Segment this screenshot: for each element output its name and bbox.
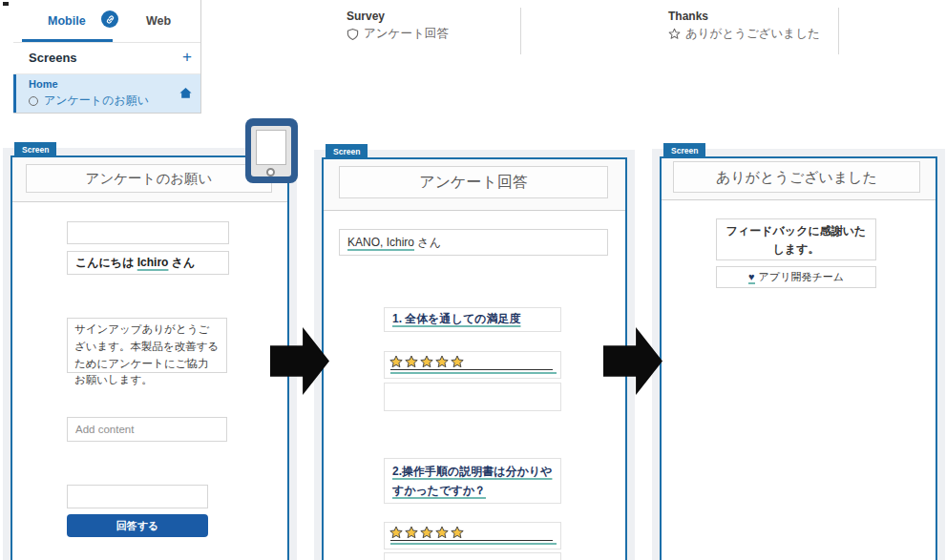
- screen2-title-label[interactable]: アンケート回答: [339, 166, 608, 198]
- screens-sidebar: Mobile Web Screens + Home アンケートのお願い: [13, 0, 201, 114]
- screen-survey[interactable]: Screen アンケート回答 KANO, Ichiro さん 1. 全体を通して…: [322, 157, 627, 560]
- star-icon: [435, 355, 449, 368]
- screens-header-label: Screens: [29, 51, 77, 65]
- intro-paragraph[interactable]: サインアップありがとうございます。本製品を改善するためにアンケートにご協力お願い…: [67, 318, 227, 373]
- comment-input[interactable]: [384, 383, 561, 411]
- screen-thanks[interactable]: Screen ありがとうございました フィードバックに感謝いたします。 ♥アプリ…: [660, 156, 937, 560]
- circle-icon: [29, 96, 38, 106]
- link-toggle-button[interactable]: [101, 10, 118, 28]
- survey-subtitle: アンケート回答: [364, 26, 449, 42]
- submit-button[interactable]: 回答する: [67, 514, 208, 537]
- star-icon: [451, 355, 464, 368]
- sidebar-item-home[interactable]: Home アンケートのお願い: [13, 74, 200, 113]
- star-icon: [405, 355, 418, 368]
- header-thanks[interactable]: Thanks ありがとうございました: [668, 10, 820, 42]
- empty-text-input[interactable]: [67, 485, 208, 508]
- tablet-icon[interactable]: [245, 118, 298, 183]
- user-name: KANO, Ichiro: [347, 236, 414, 249]
- question1-label[interactable]: 1. 全体を通しての満足度: [384, 307, 561, 332]
- tablet-screen: [256, 130, 286, 165]
- star-icon: [389, 526, 403, 539]
- canvas: Mobile Web Screens + Home アンケートのお願い: [0, 0, 946, 560]
- tablet-home-button: [266, 168, 275, 176]
- header-survey[interactable]: Survey アンケート回答: [347, 10, 449, 42]
- header-divider: [838, 8, 839, 54]
- tablet-body: [251, 126, 291, 176]
- home-icon: [179, 86, 193, 100]
- home-item-title: Home: [29, 78, 58, 90]
- add-content-placeholder[interactable]: Add content: [67, 417, 227, 442]
- screen1-title-label[interactable]: アンケートのお願い: [26, 164, 272, 193]
- greeting-name: Ichiro: [137, 256, 169, 269]
- comment-input[interactable]: [384, 552, 561, 560]
- question2-text: 2.操作手順の説明書は分かりやすかったですか？: [392, 465, 552, 497]
- star-rating[interactable]: [384, 351, 561, 379]
- heart-icon: ♥: [748, 271, 755, 284]
- user-suffix: さん: [414, 236, 441, 249]
- team-label[interactable]: ♥アプリ開発チーム: [716, 266, 876, 288]
- greeting-suffix: さん: [168, 256, 195, 269]
- tab-web[interactable]: Web: [146, 14, 171, 28]
- user-name-label[interactable]: KANO, Ichiro さん: [339, 229, 608, 256]
- shield-icon: [347, 28, 359, 41]
- survey-title: Survey: [347, 10, 449, 23]
- star-outline-icon: [668, 28, 681, 40]
- star-icon: [420, 355, 433, 368]
- link-icon: [105, 14, 116, 25]
- screen-home[interactable]: Screen アンケートのお願い こんにちは Ichiro さん サインアップあ…: [11, 156, 289, 560]
- star-icon: [451, 526, 464, 539]
- add-screen-button[interactable]: +: [182, 48, 192, 67]
- thanks-title: Thanks: [668, 10, 820, 23]
- thanks-subtitle: ありがとうございました: [685, 26, 820, 42]
- screenshot-edge-artifact: [3, 2, 9, 6]
- header-divider: [520, 8, 521, 54]
- home-item-subtitle: アンケートのお願い: [44, 93, 149, 109]
- star-icon: [435, 526, 449, 539]
- greeting-label[interactable]: こんにちは Ichiro さん: [67, 251, 229, 275]
- empty-text-input[interactable]: [67, 221, 229, 244]
- rating-underline: [390, 540, 553, 542]
- star-icon: [420, 526, 433, 539]
- thanks-message-label[interactable]: フィードバックに感謝いたします。: [716, 218, 876, 260]
- team-text: アプリ開発チーム: [759, 271, 844, 282]
- screens-header-row: Screens +: [13, 43, 200, 74]
- screen-tab-label[interactable]: Screen: [326, 144, 368, 157]
- question2-label[interactable]: 2.操作手順の説明書は分かりやすかったですか？: [384, 458, 561, 504]
- screen-tab-label[interactable]: Screen: [663, 143, 705, 156]
- rating-accent-line: [390, 543, 557, 545]
- tab-mobile[interactable]: Mobile: [48, 14, 86, 28]
- greeting-prefix: こんにちは: [75, 256, 137, 269]
- star-icon: [405, 526, 418, 539]
- question1-text: 1. 全体を通しての満足度: [392, 312, 520, 325]
- rating-accent-line: [390, 372, 557, 374]
- rating-underline: [390, 369, 553, 371]
- device-tab-bar: Mobile Web: [13, 0, 200, 43]
- screen-tab-label[interactable]: Screen: [14, 142, 56, 156]
- active-tab-indicator: [22, 39, 113, 42]
- star-icon: [389, 355, 403, 368]
- star-rating[interactable]: [384, 522, 561, 550]
- screen3-title-label[interactable]: ありがとうございました: [673, 161, 920, 193]
